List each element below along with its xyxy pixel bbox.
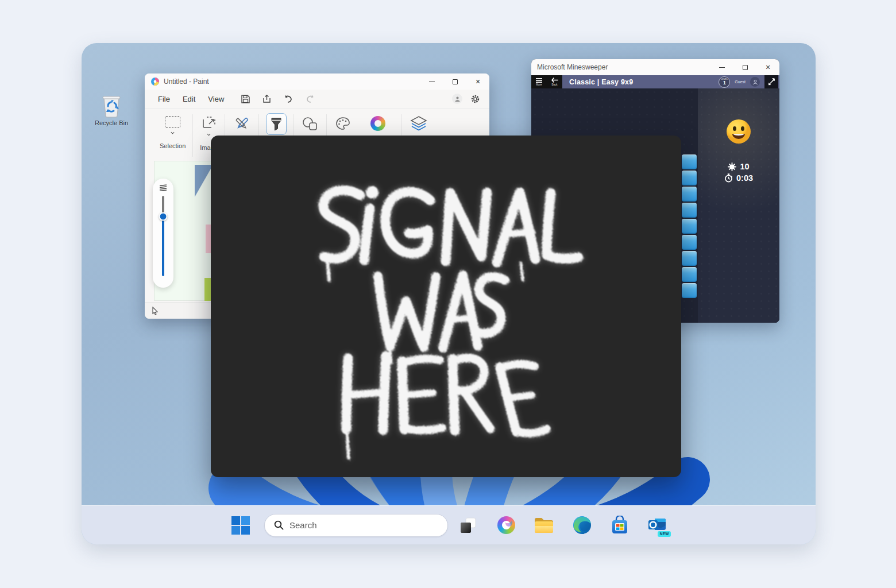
task-view-icon (459, 516, 477, 535)
file-explorer-icon (534, 516, 554, 535)
paint-menu-edit[interactable]: Edit (176, 92, 202, 106)
slider-track[interactable] (162, 196, 164, 276)
recycle-bin[interactable]: Recycle Bin (90, 94, 133, 126)
mine-icon (728, 163, 736, 171)
palette-icon (334, 115, 352, 133)
tool-shapes[interactable] (294, 113, 326, 133)
board-right-column (682, 171, 697, 298)
user-avatar-icon[interactable] (750, 77, 760, 87)
timer: 0:03 (724, 173, 753, 183)
recycle-bin-icon (101, 94, 122, 118)
search-input[interactable] (289, 520, 422, 530)
level-badge[interactable]: LEVEL 1 (719, 76, 730, 88)
board-tile-hidden[interactable] (682, 203, 697, 218)
copilot-button[interactable] (495, 514, 517, 536)
start-button[interactable] (230, 514, 252, 536)
mine-counter: 10 (728, 162, 749, 171)
windows-logo-icon (231, 516, 250, 535)
more-menu-button[interactable]: More (531, 75, 547, 88)
mine-count-value: 10 (740, 162, 749, 171)
game-mode-title: Classic | Easy 9x9 (562, 75, 633, 88)
edge-icon (573, 516, 592, 535)
save-icon[interactable] (241, 94, 250, 104)
selection-label: Selection (160, 142, 186, 149)
hamburger-icon (536, 78, 542, 83)
board-tile-hidden[interactable] (682, 187, 697, 202)
fullscreen-arrow-icon (768, 78, 775, 86)
back-button[interactable]: Back (547, 75, 562, 88)
minesweeper-minimize-button[interactable] (710, 59, 733, 75)
board-tile-hidden[interactable] (682, 251, 697, 266)
undo-icon[interactable] (283, 94, 293, 104)
minesweeper-maximize-button[interactable] (733, 59, 756, 75)
paint-menu-file[interactable]: File (152, 92, 176, 106)
board-tile-hidden[interactable] (682, 219, 697, 234)
desktop: Recycle Bin Untitled - Paint × File Edit… (82, 43, 816, 544)
image-icon (201, 115, 217, 130)
smiley-face-icon[interactable] (725, 118, 752, 145)
tool-spray-selected[interactable] (259, 113, 293, 135)
outlook-button[interactable]: NEW (647, 514, 669, 536)
paint-menubar: File Edit View (145, 90, 489, 108)
microsoft-store-button[interactable] (609, 514, 631, 536)
chevron-down-icon (207, 133, 211, 137)
share-icon[interactable] (262, 94, 272, 104)
redo-icon[interactable] (305, 94, 315, 104)
edge-button[interactable] (571, 514, 593, 536)
spray-density-icon (159, 184, 168, 191)
minesweeper-side-panel: 10 0:03 (698, 88, 779, 323)
back-arrow-icon (551, 78, 558, 83)
board-tile-hidden[interactable] (682, 267, 697, 282)
recycle-bin-label: Recycle Bin (95, 119, 128, 126)
board-tile-hidden[interactable] (682, 171, 697, 185)
minesweeper-toolbar: More Back Classic | Easy 9x9 LEVEL 1 Gue… (531, 75, 779, 88)
tool-copilot[interactable] (359, 113, 392, 131)
tool-tools[interactable] (225, 113, 258, 134)
slider-thumb[interactable] (159, 212, 168, 221)
guest-label: Guest (735, 80, 746, 84)
tool-selection[interactable]: Selection (153, 113, 192, 149)
back-label: Back (551, 83, 557, 86)
board-tile-hidden[interactable] (682, 235, 697, 250)
settings-gear-icon[interactable] (470, 94, 480, 104)
outlook-new-badge: NEW (658, 531, 671, 537)
layers-icon (409, 115, 428, 133)
paint-window-title: Untitled - Paint (164, 78, 209, 86)
graffiti-overlay-window[interactable]: SIGNAL WAS HERE (211, 136, 681, 477)
paint-maximize-button[interactable] (443, 74, 466, 90)
microsoft-store-icon (611, 516, 629, 535)
taskbar-search[interactable] (264, 514, 448, 537)
board-tile-hidden[interactable] (682, 154, 697, 169)
copilot-icon (370, 116, 385, 131)
minesweeper-titlebar[interactable]: Microsoft Minesweeper × (531, 59, 779, 75)
shapes-icon (301, 115, 319, 133)
tool-layers[interactable] (402, 113, 435, 133)
task-view-button[interactable] (457, 514, 479, 536)
cursor-icon (152, 307, 159, 315)
account-icon[interactable] (452, 94, 462, 104)
minesweeper-window-title: Microsoft Minesweeper (537, 63, 608, 71)
minesweeper-close-button[interactable]: × (756, 59, 779, 75)
paint-app-icon (150, 77, 160, 86)
spray-size-slider[interactable] (153, 179, 173, 288)
fullscreen-button[interactable] (764, 75, 778, 88)
copilot-icon (497, 516, 515, 534)
tools-icon (232, 114, 252, 134)
paint-minimize-button[interactable] (420, 74, 443, 90)
level-value: 1 (723, 80, 726, 86)
timer-value: 0:03 (736, 173, 753, 183)
selection-icon (165, 116, 180, 128)
paint-titlebar[interactable]: Untitled - Paint × (145, 74, 489, 90)
paint-menu-view[interactable]: View (202, 92, 230, 106)
search-icon (274, 520, 284, 530)
tool-palette[interactable] (327, 113, 359, 133)
board-tile-hidden[interactable] (682, 283, 697, 298)
chevron-down-icon (171, 131, 175, 135)
spray-tool-icon (270, 117, 283, 131)
taskbar: NEW (82, 505, 816, 544)
file-explorer-button[interactable] (533, 514, 555, 536)
graffiti-spray-art (211, 136, 681, 477)
paint-close-button[interactable]: × (466, 74, 489, 90)
more-label: More (536, 83, 542, 86)
stopwatch-icon (724, 173, 733, 183)
